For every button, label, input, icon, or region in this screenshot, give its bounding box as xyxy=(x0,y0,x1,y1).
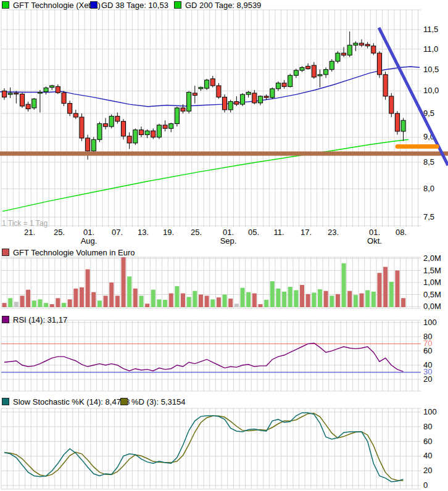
svg-text:0,0M: 0,0M xyxy=(423,302,441,311)
rsi-label: RSI (14): 31,17 xyxy=(13,315,67,324)
legend-item-gd200: GD 200 Tage: 8,9539 xyxy=(174,1,261,9)
svg-text:Sep.: Sep. xyxy=(220,236,237,246)
svg-text:60: 60 xyxy=(423,437,432,446)
svg-text:07.: 07. xyxy=(112,228,123,237)
svg-text:0,5M: 0,5M xyxy=(423,290,441,299)
stoch-k-label: Slow Stochastic %K (14): 8,4788 xyxy=(13,397,130,406)
svg-text:17.: 17. xyxy=(301,228,312,237)
gd200-label: GD 200 Tage: 8,9539 xyxy=(185,1,261,10)
svg-text:23.: 23. xyxy=(328,228,339,237)
gd38-swatch-icon xyxy=(90,1,97,9)
stoch-d-label: %D (3): 5,3154 xyxy=(131,397,185,406)
stoch-d-swatch-icon xyxy=(120,398,128,405)
stochastic-legend: Slow Stochastic %K (14): 8,4788 %D (3): … xyxy=(0,398,448,406)
chart-canvas: 11,511,010,510,09,59,08,58,07,521.25.01.… xyxy=(0,0,448,491)
rsi-legend: RSI (14): 31,17 xyxy=(0,316,448,324)
svg-text:1,0M: 1,0M xyxy=(423,278,441,287)
svg-text:Okt.: Okt. xyxy=(367,236,382,246)
tick-scale-note: 1 Tick = 1 Tag xyxy=(2,219,48,228)
svg-text:08.: 08. xyxy=(396,228,407,237)
volume-legend: GFT Technologie Volumen in Euro xyxy=(0,249,448,257)
volume-label: GFT Technologie Volumen in Euro xyxy=(13,248,135,257)
gd38-label: GD 38 Tage: 10,53 xyxy=(101,1,168,10)
svg-text:21.: 21. xyxy=(24,228,35,237)
svg-text:01.: 01. xyxy=(223,228,234,237)
legend-item-volume: GFT Technologie Volumen in Euro xyxy=(2,249,135,257)
svg-text:11,5: 11,5 xyxy=(423,25,438,34)
svg-text:1,5M: 1,5M xyxy=(423,266,441,275)
svg-text:80: 80 xyxy=(423,422,432,431)
svg-text:40: 40 xyxy=(423,451,432,460)
svg-text:70: 70 xyxy=(423,339,432,348)
svg-text:Aug.: Aug. xyxy=(81,236,97,246)
volume-swatch-icon xyxy=(2,249,9,256)
svg-text:20: 20 xyxy=(423,466,432,475)
legend-item-stoch-k: Slow Stochastic %K (14): 8,4788 xyxy=(2,398,130,406)
svg-text:25.: 25. xyxy=(191,228,202,237)
legend-item-stoch-d: %D (3): 5,3154 xyxy=(120,398,185,406)
svg-text:8,5: 8,5 xyxy=(423,157,434,167)
svg-text:25.: 25. xyxy=(54,228,65,237)
rsi-swatch-icon xyxy=(2,316,9,323)
svg-text:100: 100 xyxy=(423,407,437,416)
svg-text:01.: 01. xyxy=(83,228,94,237)
svg-text:11.: 11. xyxy=(273,228,284,237)
svg-text:7,5: 7,5 xyxy=(423,212,434,221)
svg-text:13.: 13. xyxy=(138,228,149,237)
legend-item-instrument: GFT Technologie (Xetra) xyxy=(2,1,101,9)
svg-text:30: 30 xyxy=(423,367,432,376)
legend-item-gd38: GD 38 Tage: 10,53 xyxy=(90,1,168,9)
svg-text:01.: 01. xyxy=(369,228,380,237)
instrument-label: GFT Technologie (Xetra) xyxy=(13,1,101,10)
svg-text:10,5: 10,5 xyxy=(423,65,439,74)
svg-text:11,0: 11,0 xyxy=(423,44,438,54)
legend-item-rsi: RSI (14): 31,17 xyxy=(2,316,67,324)
stoch-k-swatch-icon xyxy=(2,398,9,405)
svg-text:05.: 05. xyxy=(248,228,259,237)
gd200-swatch-icon xyxy=(174,1,181,9)
instrument-swatch-icon xyxy=(2,1,9,9)
svg-text:19.: 19. xyxy=(163,228,174,237)
price-legend: GFT Technologie (Xetra) GD 38 Tage: 10,5… xyxy=(0,1,448,9)
svg-text:8,0: 8,0 xyxy=(423,184,434,193)
stock-chart-page: 11,511,010,510,09,59,08,58,07,521.25.01.… xyxy=(0,0,448,491)
svg-text:0: 0 xyxy=(423,481,428,490)
svg-text:10,0: 10,0 xyxy=(423,86,439,95)
